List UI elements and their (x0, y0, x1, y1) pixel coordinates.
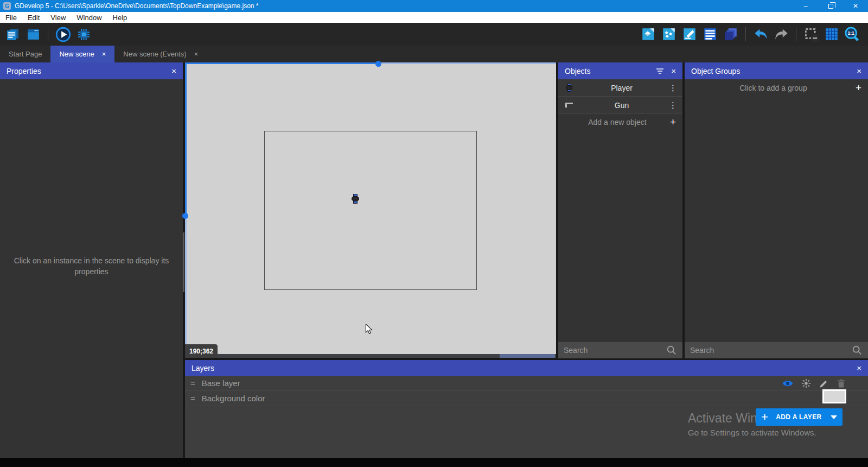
object-row-player[interactable]: Player ⋮ (558, 79, 682, 97)
player-instance[interactable] (352, 194, 359, 204)
preview-button[interactable] (55, 26, 71, 42)
debugger-chip-icon (76, 27, 91, 42)
toolbar-separator (48, 27, 48, 41)
search-icon (666, 345, 677, 356)
drag-handle-icon[interactable]: = (190, 394, 195, 403)
vertical-scrollbar[interactable] (183, 232, 184, 292)
scene-bounds-rectangle[interactable] (264, 131, 477, 290)
minimize-button[interactable]: – (793, 0, 818, 12)
close-icon[interactable]: × (671, 66, 676, 75)
menu-edit[interactable]: Edit (22, 12, 45, 23)
instances-list-icon (703, 27, 718, 42)
toggle-object-groups-panel-button[interactable] (661, 26, 677, 42)
layer-delete-trash-icon[interactable] (836, 378, 846, 389)
object-menu-icon[interactable]: ⋮ (669, 100, 677, 110)
grid-button[interactable] (824, 26, 840, 42)
filter-icon[interactable] (656, 67, 663, 75)
undo-button[interactable] (752, 26, 769, 42)
tab-start-page[interactable]: Start Page (0, 46, 50, 62)
redo-button[interactable] (773, 26, 789, 42)
layers-panel-title: Layers (192, 364, 214, 373)
project-manager-button[interactable] (4, 26, 21, 42)
properties-panel-title: Properties (7, 67, 41, 75)
toolbar-separator (745, 27, 746, 41)
layer-edit-pencil-icon[interactable] (819, 378, 829, 389)
scene-window-border-top (185, 62, 378, 64)
close-button[interactable]: ✕ (843, 0, 868, 12)
gdevelop-logo-icon: G (3, 2, 11, 10)
object-menu-icon[interactable]: ⋮ (669, 83, 677, 93)
background-color-swatch[interactable] (822, 389, 846, 403)
properties-panel-icon (682, 27, 697, 42)
resize-handle-top[interactable] (375, 61, 381, 67)
object-row-gun[interactable]: Gun ⋮ (558, 97, 682, 114)
layer-row-base[interactable]: = Base layer (185, 376, 868, 391)
tab-label: Start Page (9, 50, 42, 58)
menubar: File Edit View Window Help (0, 12, 868, 23)
zoom-1-1-icon: 1:1 (844, 26, 860, 42)
add-a-layer-button[interactable]: + ADD A LAYER (756, 408, 843, 426)
toggle-objects-panel-button[interactable] (640, 26, 656, 42)
debugger-button[interactable] (75, 26, 92, 42)
close-icon[interactable]: × (857, 363, 861, 373)
resize-handle-left[interactable] (182, 213, 188, 219)
objects-panel-icon (641, 27, 656, 42)
project-manager-icon (5, 27, 20, 42)
menu-window[interactable]: Window (71, 12, 107, 23)
menu-file[interactable]: File (0, 12, 22, 23)
layers-panel-header: Layers × (185, 360, 868, 376)
objects-search-input[interactable] (564, 346, 666, 355)
toggle-layers-panel-button[interactable] (723, 26, 739, 42)
close-tab-icon[interactable]: × (102, 50, 106, 58)
horizontal-scrollbar-thumb[interactable] (500, 354, 555, 358)
chevron-down-icon[interactable] (831, 415, 837, 419)
deselect-icon (803, 27, 819, 42)
close-tab-icon[interactable]: × (194, 50, 199, 58)
object-groups-search-input[interactable] (690, 346, 852, 355)
object-groups-search-bar (685, 342, 868, 358)
tab-new-scene-events[interactable]: New scene (Events) × (114, 46, 207, 62)
window-icon (26, 27, 41, 42)
start-page-button[interactable] (25, 26, 41, 42)
restore-button[interactable] (818, 0, 843, 12)
objects-panel-title: Objects (565, 67, 590, 75)
plus-icon: + (670, 116, 676, 128)
layer-visibility-eye-icon[interactable] (782, 378, 794, 388)
objects-panel-header: Objects × (558, 62, 682, 79)
toggle-properties-panel-button[interactable] (681, 26, 698, 42)
object-name: Player (575, 84, 669, 92)
layer-effects-icon[interactable] (801, 378, 812, 389)
close-icon[interactable]: × (857, 66, 861, 75)
deselect-all-button[interactable] (803, 26, 819, 42)
toggle-instances-list-button[interactable] (702, 26, 718, 42)
scene-canvas[interactable]: 190;362 (185, 62, 556, 358)
toolbar-separator (796, 27, 796, 41)
layer-row-background-color[interactable]: = Background color (185, 391, 868, 406)
redo-icon (774, 27, 789, 42)
layer-name: Background color (202, 394, 265, 403)
object-groups-panel-title: Object Groups (691, 67, 740, 75)
plus-icon: + (761, 410, 768, 424)
menu-view[interactable]: View (45, 12, 71, 23)
object-groups-panel-header: Object Groups × (685, 62, 868, 79)
add-new-object-button[interactable]: Add a new object + (558, 114, 682, 130)
tab-new-scene[interactable]: New scene × (50, 46, 114, 62)
zoom-1-1-button[interactable]: 1:1 (844, 26, 860, 42)
scene-window-border-top-faded (378, 62, 556, 64)
gun-thumbnail-icon (564, 102, 575, 108)
horizontal-scrollbar[interactable] (185, 354, 556, 358)
drag-handle-icon[interactable]: = (190, 378, 195, 388)
undo-icon (753, 27, 769, 42)
menu-help[interactable]: Help (107, 12, 133, 23)
properties-panel: Properties × Click on an instance in the… (0, 62, 183, 458)
plus-icon: + (856, 82, 861, 94)
close-icon[interactable]: × (171, 66, 176, 75)
titlebar: G GDevelop 5 - C:\Users\Sparkle\OneDrive… (0, 0, 868, 12)
search-icon (852, 345, 863, 356)
play-icon (55, 27, 71, 42)
tabbar: Start Page New scene × New scene (Events… (0, 46, 868, 62)
object-name: Gun (575, 101, 669, 110)
add-group-button[interactable]: Click to add a group + (685, 79, 868, 97)
add-new-object-label: Add a new object (565, 118, 670, 127)
bottom-strip (0, 458, 868, 467)
